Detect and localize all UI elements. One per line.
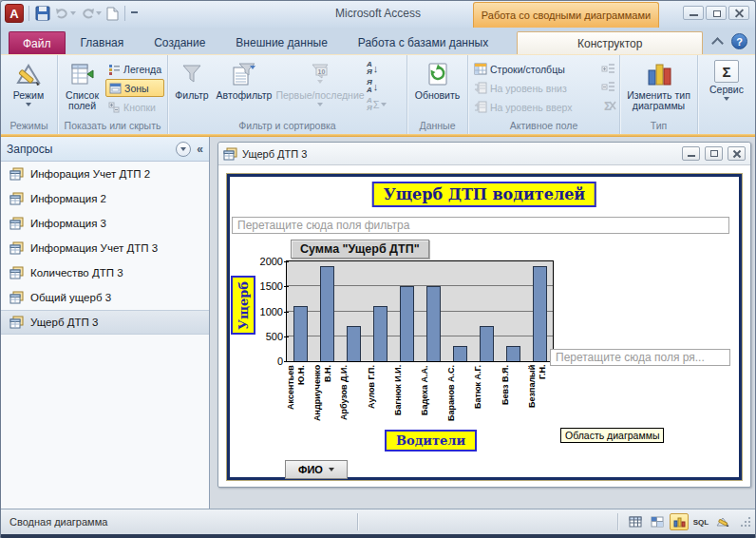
view-button[interactable]: Режим bbox=[4, 58, 53, 106]
tab-create[interactable]: Создание bbox=[139, 31, 220, 54]
chart-type-icon bbox=[645, 60, 673, 88]
resize-grip[interactable] bbox=[740, 516, 751, 528]
pivotchart-view-button[interactable] bbox=[670, 513, 689, 530]
sort-descending-button[interactable]: ЯА ↓ bbox=[367, 78, 387, 95]
drill-up-button: На уровень вверх bbox=[471, 98, 598, 116]
chart-legend[interactable]: Сумма "Ущерб ДТП" bbox=[291, 240, 429, 259]
navigation-pane: Запросы « Инфорация Учет ДТП 2Информация… bbox=[1, 137, 210, 509]
field-list-button[interactable]: Список полей bbox=[61, 58, 104, 111]
doc-minimize-button[interactable] bbox=[682, 146, 700, 161]
y-tick-label: 1000 bbox=[260, 306, 283, 317]
bars-layer bbox=[287, 261, 553, 361]
bar[interactable] bbox=[320, 266, 334, 361]
drill-down-icon bbox=[474, 82, 487, 94]
group-label bbox=[698, 119, 755, 134]
rows-columns-button[interactable]: Строки/столбцы bbox=[471, 60, 598, 78]
x-category-label: Андриученко В.Н. bbox=[312, 365, 339, 428]
nav-item[interactable]: Информация 2 bbox=[1, 186, 209, 211]
bar[interactable] bbox=[533, 266, 547, 361]
chart-title[interactable]: Ущерб ДТП водителей bbox=[372, 182, 596, 207]
group-active-field: Строки/столбцы На уровень вниз На уровен… bbox=[468, 55, 620, 134]
help-button[interactable]: ? bbox=[731, 33, 747, 49]
group-data: Обновить Данные bbox=[407, 55, 468, 134]
doc-restore-button[interactable] bbox=[705, 146, 723, 161]
change-chart-type-button[interactable]: Изменить тип диаграммы bbox=[623, 58, 694, 111]
bar[interactable] bbox=[480, 326, 494, 361]
window-controls bbox=[683, 6, 749, 20]
bar-slot bbox=[287, 261, 313, 361]
status-bar: Сводная диаграмма SQL bbox=[1, 509, 755, 534]
y-tick-label: 500 bbox=[266, 331, 283, 342]
bar-slot bbox=[500, 261, 526, 361]
group-label: Режимы bbox=[1, 119, 57, 134]
pivottable-view-button[interactable] bbox=[648, 513, 667, 530]
x-category-label: Бадеха А.А. bbox=[420, 365, 446, 428]
y-tick-label: 1500 bbox=[260, 280, 283, 292]
x-category-label: Арбузов Д.И. bbox=[339, 365, 366, 428]
tab-database-tools[interactable]: Работа с базами данных bbox=[343, 31, 503, 54]
ribbon: Режим Режимы Список полей Легенда bbox=[1, 54, 755, 134]
series-drop-zone[interactable]: Перетащите сюда поля ря... bbox=[550, 349, 730, 366]
nav-item[interactable]: Ущерб ДТП 3 bbox=[1, 310, 209, 335]
document-titlebar[interactable]: Ущерб ДТП 3 bbox=[218, 143, 750, 165]
top-bottom-button: 10 Первые/последние bbox=[275, 58, 365, 106]
status-text: Сводная диаграмма bbox=[1, 516, 357, 528]
design-view-button[interactable] bbox=[713, 513, 732, 530]
filter-button[interactable]: Фильтр bbox=[171, 58, 213, 101]
nav-item-label: Информация 2 bbox=[30, 193, 106, 204]
x-category-label: Бевз В.Я. bbox=[501, 365, 527, 428]
restore-button[interactable] bbox=[706, 6, 727, 20]
tools-button[interactable]: Σ Сервис bbox=[705, 58, 748, 101]
tab-design[interactable]: Конструктор bbox=[517, 31, 703, 54]
nav-menu-button[interactable] bbox=[176, 142, 191, 157]
category-field-button[interactable]: ФИО bbox=[285, 460, 348, 479]
nav-item[interactable]: Общий ущерб 3 bbox=[1, 285, 209, 310]
doc-close-button[interactable] bbox=[728, 146, 746, 161]
group-label: Данные bbox=[407, 119, 467, 134]
autocalc-icon: Σ bbox=[600, 97, 616, 113]
legend-button[interactable]: Легенда bbox=[105, 60, 164, 78]
nav-item[interactable]: Количество ДТП 3 bbox=[1, 260, 209, 285]
field-dropdown-icon bbox=[329, 468, 334, 471]
y-axis-title[interactable]: Ущерб bbox=[231, 276, 255, 335]
tab-external-data[interactable]: Внешние данные bbox=[220, 31, 343, 54]
bar[interactable] bbox=[506, 346, 520, 361]
x-axis-title[interactable]: Водители bbox=[385, 430, 477, 452]
sort-ascending-button[interactable]: АЯ ↓ bbox=[367, 60, 387, 77]
nav-collapse-button[interactable]: « bbox=[197, 143, 203, 156]
bar[interactable] bbox=[293, 306, 308, 361]
document-title: Ущерб ДТП 3 bbox=[242, 148, 677, 160]
bar[interactable] bbox=[426, 286, 441, 361]
nav-item[interactable]: Информация Учет ДТП 3 bbox=[1, 236, 209, 260]
chart-frame: Ущерб ДТП водителей Перетащите сюда поля… bbox=[226, 173, 743, 481]
tab-file[interactable]: Файл bbox=[9, 31, 66, 54]
plot-area[interactable] bbox=[286, 260, 554, 362]
drop-zones-button[interactable]: Зоны bbox=[105, 79, 164, 97]
bar[interactable] bbox=[400, 286, 414, 361]
datasheet-view-button[interactable] bbox=[626, 513, 645, 530]
bar[interactable] bbox=[373, 306, 387, 361]
bar-slot bbox=[393, 261, 420, 361]
chart-area[interactable]: Ущерб ДТП водителей Перетащите сюда поля… bbox=[227, 174, 742, 480]
minimize-button[interactable] bbox=[683, 6, 704, 20]
refresh-icon bbox=[425, 60, 450, 88]
bar[interactable] bbox=[453, 346, 467, 361]
buttons-button: Кнопки bbox=[105, 98, 164, 116]
tools-dropdown-icon bbox=[724, 97, 729, 101]
close-button[interactable] bbox=[728, 6, 749, 20]
bar[interactable] bbox=[347, 326, 361, 361]
group-filter-sort: Фильтр Автофильтр 10 Первые/последние bbox=[168, 55, 407, 134]
autofilter-button[interactable]: Автофильтр bbox=[215, 58, 274, 101]
nav-item-label: Количество ДТП 3 bbox=[30, 267, 123, 279]
minimize-ribbon-icon[interactable] bbox=[710, 37, 724, 47]
refresh-button[interactable]: Обновить bbox=[411, 58, 464, 101]
sql-view-button[interactable]: SQL bbox=[691, 513, 710, 530]
tab-home[interactable]: Главная bbox=[66, 31, 140, 54]
nav-item[interactable]: Информация 3 bbox=[1, 211, 209, 236]
nav-pane-header[interactable]: Запросы « bbox=[1, 137, 209, 162]
nav-item[interactable]: Инфорация Учет ДТП 2 bbox=[1, 162, 209, 186]
nav-pane-title: Запросы bbox=[7, 143, 176, 156]
group-label: Активное поле bbox=[468, 119, 619, 134]
filter-drop-zone[interactable]: Перетащите сюда поля фильтра bbox=[232, 217, 729, 234]
main-area: Запросы « Инфорация Учет ДТП 2Информация… bbox=[1, 137, 755, 509]
